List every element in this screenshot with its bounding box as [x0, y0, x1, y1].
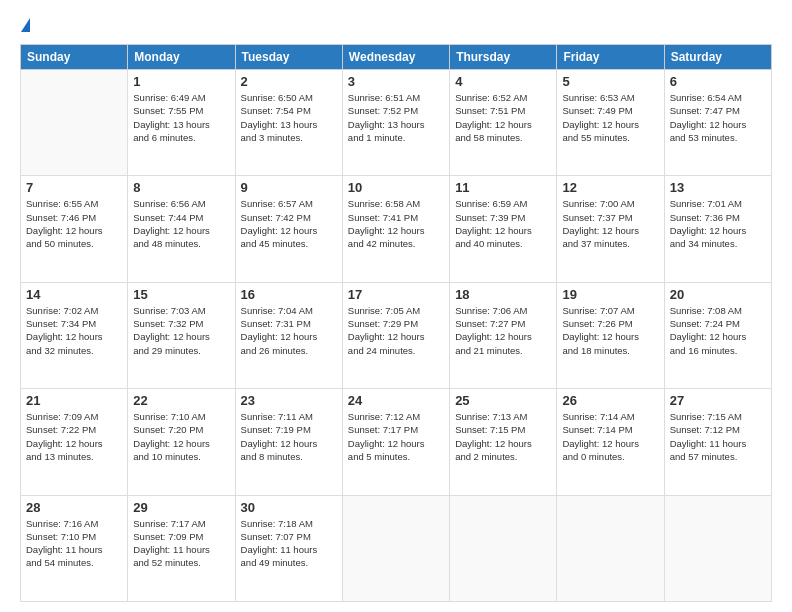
- calendar-day-cell: [21, 70, 128, 176]
- calendar-day-cell: 22Sunrise: 7:10 AM Sunset: 7:20 PM Dayli…: [128, 389, 235, 495]
- calendar-week-row: 14Sunrise: 7:02 AM Sunset: 7:34 PM Dayli…: [21, 282, 772, 388]
- day-info: Sunrise: 7:17 AM Sunset: 7:09 PM Dayligh…: [133, 517, 229, 570]
- day-number: 11: [455, 180, 551, 195]
- weekday-header-cell: Monday: [128, 45, 235, 70]
- calendar-day-cell: 14Sunrise: 7:02 AM Sunset: 7:34 PM Dayli…: [21, 282, 128, 388]
- day-info: Sunrise: 7:12 AM Sunset: 7:17 PM Dayligh…: [348, 410, 444, 463]
- day-number: 23: [241, 393, 337, 408]
- calendar-day-cell: 17Sunrise: 7:05 AM Sunset: 7:29 PM Dayli…: [342, 282, 449, 388]
- day-number: 13: [670, 180, 766, 195]
- calendar-day-cell: 10Sunrise: 6:58 AM Sunset: 7:41 PM Dayli…: [342, 176, 449, 282]
- day-number: 8: [133, 180, 229, 195]
- day-number: 15: [133, 287, 229, 302]
- calendar-body: 1Sunrise: 6:49 AM Sunset: 7:55 PM Daylig…: [21, 70, 772, 602]
- calendar-day-cell: 30Sunrise: 7:18 AM Sunset: 7:07 PM Dayli…: [235, 495, 342, 601]
- day-number: 12: [562, 180, 658, 195]
- calendar-day-cell: 27Sunrise: 7:15 AM Sunset: 7:12 PM Dayli…: [664, 389, 771, 495]
- day-number: 27: [670, 393, 766, 408]
- calendar-day-cell: 7Sunrise: 6:55 AM Sunset: 7:46 PM Daylig…: [21, 176, 128, 282]
- calendar-day-cell: 19Sunrise: 7:07 AM Sunset: 7:26 PM Dayli…: [557, 282, 664, 388]
- page-header: [20, 18, 772, 34]
- calendar-day-cell: 2Sunrise: 6:50 AM Sunset: 7:54 PM Daylig…: [235, 70, 342, 176]
- day-info: Sunrise: 7:16 AM Sunset: 7:10 PM Dayligh…: [26, 517, 122, 570]
- calendar-day-cell: [450, 495, 557, 601]
- calendar-day-cell: 9Sunrise: 6:57 AM Sunset: 7:42 PM Daylig…: [235, 176, 342, 282]
- day-number: 26: [562, 393, 658, 408]
- day-number: 28: [26, 500, 122, 515]
- calendar-day-cell: 6Sunrise: 6:54 AM Sunset: 7:47 PM Daylig…: [664, 70, 771, 176]
- day-info: Sunrise: 7:02 AM Sunset: 7:34 PM Dayligh…: [26, 304, 122, 357]
- day-info: Sunrise: 7:09 AM Sunset: 7:22 PM Dayligh…: [26, 410, 122, 463]
- calendar-day-cell: 18Sunrise: 7:06 AM Sunset: 7:27 PM Dayli…: [450, 282, 557, 388]
- day-info: Sunrise: 6:57 AM Sunset: 7:42 PM Dayligh…: [241, 197, 337, 250]
- day-info: Sunrise: 7:06 AM Sunset: 7:27 PM Dayligh…: [455, 304, 551, 357]
- weekday-header-row: SundayMondayTuesdayWednesdayThursdayFrid…: [21, 45, 772, 70]
- weekday-header-cell: Wednesday: [342, 45, 449, 70]
- day-number: 17: [348, 287, 444, 302]
- calendar-day-cell: 1Sunrise: 6:49 AM Sunset: 7:55 PM Daylig…: [128, 70, 235, 176]
- day-info: Sunrise: 7:01 AM Sunset: 7:36 PM Dayligh…: [670, 197, 766, 250]
- day-number: 9: [241, 180, 337, 195]
- day-number: 1: [133, 74, 229, 89]
- day-info: Sunrise: 7:08 AM Sunset: 7:24 PM Dayligh…: [670, 304, 766, 357]
- day-number: 5: [562, 74, 658, 89]
- calendar-day-cell: 4Sunrise: 6:52 AM Sunset: 7:51 PM Daylig…: [450, 70, 557, 176]
- day-info: Sunrise: 6:51 AM Sunset: 7:52 PM Dayligh…: [348, 91, 444, 144]
- calendar-table: SundayMondayTuesdayWednesdayThursdayFrid…: [20, 44, 772, 602]
- day-number: 22: [133, 393, 229, 408]
- calendar-day-cell: [557, 495, 664, 601]
- day-info: Sunrise: 7:04 AM Sunset: 7:31 PM Dayligh…: [241, 304, 337, 357]
- day-info: Sunrise: 6:52 AM Sunset: 7:51 PM Dayligh…: [455, 91, 551, 144]
- calendar-week-row: 7Sunrise: 6:55 AM Sunset: 7:46 PM Daylig…: [21, 176, 772, 282]
- day-info: Sunrise: 7:15 AM Sunset: 7:12 PM Dayligh…: [670, 410, 766, 463]
- calendar-day-cell: 20Sunrise: 7:08 AM Sunset: 7:24 PM Dayli…: [664, 282, 771, 388]
- calendar-day-cell: [664, 495, 771, 601]
- day-info: Sunrise: 7:05 AM Sunset: 7:29 PM Dayligh…: [348, 304, 444, 357]
- day-number: 25: [455, 393, 551, 408]
- day-info: Sunrise: 7:14 AM Sunset: 7:14 PM Dayligh…: [562, 410, 658, 463]
- calendar-day-cell: [342, 495, 449, 601]
- weekday-header-cell: Tuesday: [235, 45, 342, 70]
- day-number: 20: [670, 287, 766, 302]
- day-info: Sunrise: 6:55 AM Sunset: 7:46 PM Dayligh…: [26, 197, 122, 250]
- day-info: Sunrise: 7:10 AM Sunset: 7:20 PM Dayligh…: [133, 410, 229, 463]
- day-info: Sunrise: 7:11 AM Sunset: 7:19 PM Dayligh…: [241, 410, 337, 463]
- weekday-header-cell: Friday: [557, 45, 664, 70]
- day-number: 16: [241, 287, 337, 302]
- calendar-day-cell: 23Sunrise: 7:11 AM Sunset: 7:19 PM Dayli…: [235, 389, 342, 495]
- day-number: 21: [26, 393, 122, 408]
- calendar-day-cell: 21Sunrise: 7:09 AM Sunset: 7:22 PM Dayli…: [21, 389, 128, 495]
- day-info: Sunrise: 6:58 AM Sunset: 7:41 PM Dayligh…: [348, 197, 444, 250]
- calendar-day-cell: 24Sunrise: 7:12 AM Sunset: 7:17 PM Dayli…: [342, 389, 449, 495]
- calendar-day-cell: 15Sunrise: 7:03 AM Sunset: 7:32 PM Dayli…: [128, 282, 235, 388]
- weekday-header-cell: Thursday: [450, 45, 557, 70]
- calendar-week-row: 21Sunrise: 7:09 AM Sunset: 7:22 PM Dayli…: [21, 389, 772, 495]
- calendar-day-cell: 5Sunrise: 6:53 AM Sunset: 7:49 PM Daylig…: [557, 70, 664, 176]
- day-info: Sunrise: 6:56 AM Sunset: 7:44 PM Dayligh…: [133, 197, 229, 250]
- calendar-week-row: 28Sunrise: 7:16 AM Sunset: 7:10 PM Dayli…: [21, 495, 772, 601]
- day-info: Sunrise: 7:18 AM Sunset: 7:07 PM Dayligh…: [241, 517, 337, 570]
- calendar-day-cell: 12Sunrise: 7:00 AM Sunset: 7:37 PM Dayli…: [557, 176, 664, 282]
- day-info: Sunrise: 6:59 AM Sunset: 7:39 PM Dayligh…: [455, 197, 551, 250]
- day-number: 19: [562, 287, 658, 302]
- weekday-header-cell: Saturday: [664, 45, 771, 70]
- day-number: 4: [455, 74, 551, 89]
- calendar-day-cell: 16Sunrise: 7:04 AM Sunset: 7:31 PM Dayli…: [235, 282, 342, 388]
- day-number: 10: [348, 180, 444, 195]
- day-info: Sunrise: 6:49 AM Sunset: 7:55 PM Dayligh…: [133, 91, 229, 144]
- day-info: Sunrise: 7:07 AM Sunset: 7:26 PM Dayligh…: [562, 304, 658, 357]
- day-info: Sunrise: 6:54 AM Sunset: 7:47 PM Dayligh…: [670, 91, 766, 144]
- calendar-day-cell: 8Sunrise: 6:56 AM Sunset: 7:44 PM Daylig…: [128, 176, 235, 282]
- calendar-day-cell: 11Sunrise: 6:59 AM Sunset: 7:39 PM Dayli…: [450, 176, 557, 282]
- day-number: 18: [455, 287, 551, 302]
- day-number: 7: [26, 180, 122, 195]
- day-number: 6: [670, 74, 766, 89]
- logo-triangle-icon: [21, 18, 30, 32]
- calendar-week-row: 1Sunrise: 6:49 AM Sunset: 7:55 PM Daylig…: [21, 70, 772, 176]
- day-number: 14: [26, 287, 122, 302]
- day-info: Sunrise: 7:03 AM Sunset: 7:32 PM Dayligh…: [133, 304, 229, 357]
- calendar-day-cell: 29Sunrise: 7:17 AM Sunset: 7:09 PM Dayli…: [128, 495, 235, 601]
- day-number: 30: [241, 500, 337, 515]
- calendar-day-cell: 13Sunrise: 7:01 AM Sunset: 7:36 PM Dayli…: [664, 176, 771, 282]
- day-info: Sunrise: 6:50 AM Sunset: 7:54 PM Dayligh…: [241, 91, 337, 144]
